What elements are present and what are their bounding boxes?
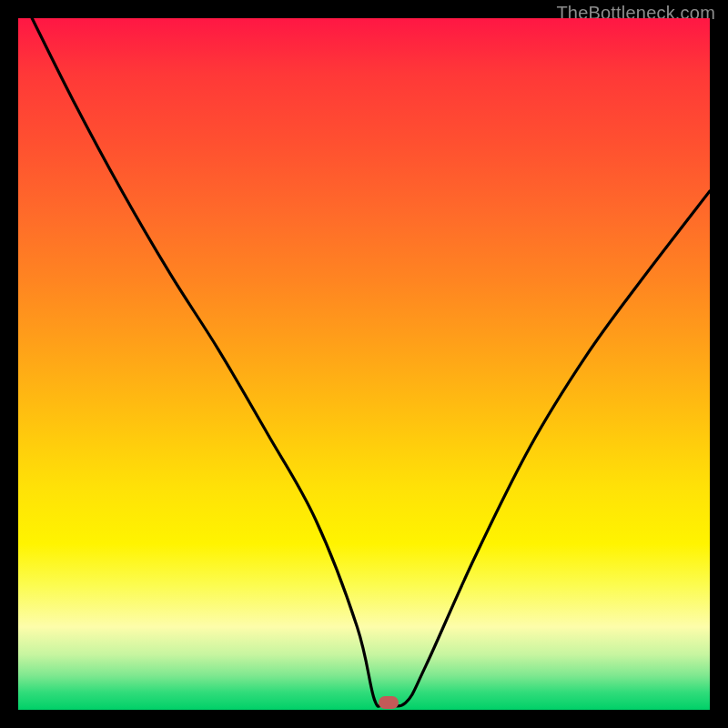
- bottleneck-curve-path: [32, 18, 710, 706]
- min-marker: [379, 696, 399, 709]
- chart-container: TheBottleneck.com: [0, 0, 728, 728]
- curve-svg: [18, 18, 710, 710]
- plot-area: [18, 18, 710, 710]
